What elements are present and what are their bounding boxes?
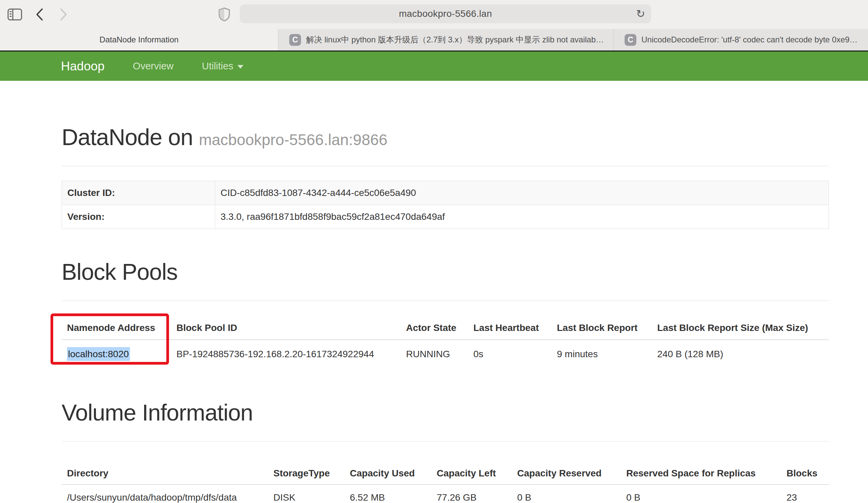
capacity-used-cell: 6.52 MB: [344, 484, 431, 503]
version-value: 3.3.0, raa96f1871bfd858f9bac59cf2a81ec47…: [215, 205, 829, 229]
csdn-favicon-icon: C: [624, 34, 636, 46]
col-capacity-left: Capacity Left: [431, 459, 512, 484]
csdn-favicon-icon: C: [289, 34, 301, 46]
last-block-report-cell: 9 minutes: [551, 340, 652, 370]
blocks-cell: 23: [781, 484, 829, 503]
sidebar-toggle-icon[interactable]: [8, 8, 22, 21]
privacy-shield-icon[interactable]: [218, 7, 230, 22]
hadoop-navbar: Hadoop Overview Utilities: [0, 52, 868, 81]
block-pool-id-cell: BP-1924885736-192.168.2.20-1617324922944: [171, 340, 401, 370]
namenode-address-cell: localhost:8020: [62, 340, 171, 370]
page-title-host: macbookpro-5566.lan:9866: [199, 131, 388, 148]
col-last-heartbeat: Last Heartbeat: [468, 309, 551, 340]
navbar-brand[interactable]: Hadoop: [61, 59, 105, 73]
last-block-report-size-cell: 240 B (128 MB): [652, 340, 829, 370]
tab-title: UnicodeDecodeError: 'utf-8' codec can't …: [641, 35, 859, 44]
table-row: /Users/sunyun/data/hadoop/tmp/dfs/data D…: [62, 484, 829, 503]
col-last-block-report: Last Block Report: [551, 309, 652, 340]
tab-datanode-information[interactable]: DataNode Information: [0, 29, 278, 51]
col-storage-type: StorageType: [268, 459, 344, 484]
tab-title: 解决 linux中 python 版本升级后（2.7到 3.x）导致 pyspa…: [306, 34, 605, 45]
tab-bar: DataNode Information C 解决 linux中 python …: [0, 29, 868, 51]
block-pools-table: Namenode Address Block Pool ID Actor Sta…: [62, 309, 829, 370]
divider: [62, 166, 829, 166]
nav-item-utilities[interactable]: Utilities: [202, 61, 243, 72]
col-blocks: Blocks: [781, 459, 829, 484]
capacity-left-cell: 77.26 GB: [431, 484, 512, 503]
reload-icon[interactable]: ↻: [636, 8, 645, 19]
col-capacity-reserved: Capacity Reserved: [512, 459, 621, 484]
selected-text-namenode-address: localhost:8020: [67, 347, 130, 361]
directory-cell: /Users/sunyun/data/hadoop/tmp/dfs/data: [62, 484, 268, 503]
cluster-id-value: CID-c85dfd83-1087-4342-a444-ce5c06e5a490: [215, 181, 829, 205]
divider: [62, 300, 829, 301]
col-last-block-report-size: Last Block Report Size (Max Size): [652, 309, 829, 340]
nav-item-overview[interactable]: Overview: [133, 61, 174, 72]
version-label: Version:: [62, 205, 215, 229]
col-actor-state: Actor State: [401, 309, 468, 340]
block-pools-heading: Block Pools: [62, 259, 829, 285]
address-bar[interactable]: macbookpro-5566.lan ↻: [240, 4, 651, 23]
caret-down-icon: [237, 65, 244, 69]
tab-csdn-pyspark-zlib[interactable]: C 解决 linux中 python 版本升级后（2.7到 3.x）导致 pys…: [278, 29, 613, 51]
tab-csdn-unicodedecodeerror[interactable]: C UnicodeDecodeError: 'utf-8' codec can'…: [613, 29, 868, 51]
col-reserved-space-replicas: Reserved Space for Replicas: [621, 459, 781, 484]
storage-type-cell: DISK: [268, 484, 344, 503]
tab-title: DataNode Information: [100, 35, 179, 44]
col-directory: Directory: [62, 459, 268, 484]
table-header-row: Namenode Address Block Pool ID Actor Sta…: [62, 309, 829, 340]
table-row: Cluster ID: CID-c85dfd83-1087-4342-a444-…: [62, 181, 829, 205]
table-row: Version: 3.3.0, raa96f1871bfd858f9bac59c…: [62, 205, 829, 229]
table-row: localhost:8020 BP-1924885736-192.168.2.2…: [62, 340, 829, 370]
block-pools-table-wrap: Namenode Address Block Pool ID Actor Sta…: [62, 309, 829, 370]
last-heartbeat-cell: 0s: [468, 340, 551, 370]
back-icon[interactable]: [35, 8, 44, 21]
col-namenode-address: Namenode Address: [62, 309, 171, 340]
nav-item-label: Utilities: [202, 61, 233, 72]
actor-state-cell: RUNNING: [401, 340, 468, 370]
datanode-page: DataNode on macbookpro-5566.lan:9866 Clu…: [62, 124, 829, 503]
volume-information-heading: Volume Information: [62, 399, 829, 425]
forward-icon[interactable]: [59, 8, 68, 21]
nav-item-label: Overview: [133, 61, 174, 72]
address-url: macbookpro-5566.lan: [399, 8, 492, 19]
page-title: DataNode on macbookpro-5566.lan:9866: [62, 124, 829, 150]
volume-information-table: Directory StorageType Capacity Used Capa…: [62, 459, 829, 503]
browser-toolbar: macbookpro-5566.lan ↻: [0, 0, 868, 29]
cluster-id-label: Cluster ID:: [62, 181, 215, 205]
capacity-reserved-cell: 0 B: [512, 484, 621, 503]
table-header-row: Directory StorageType Capacity Used Capa…: [62, 459, 829, 484]
col-capacity-used: Capacity Used: [344, 459, 431, 484]
reserved-space-replicas-cell: 0 B: [621, 484, 781, 503]
cluster-overview-table: Cluster ID: CID-c85dfd83-1087-4342-a444-…: [62, 181, 829, 229]
divider: [62, 441, 829, 442]
col-block-pool-id: Block Pool ID: [171, 309, 401, 340]
